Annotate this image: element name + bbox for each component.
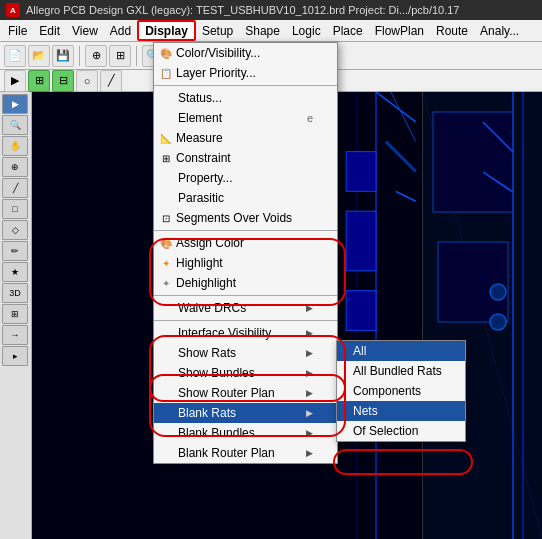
sidebar-flow[interactable]: → — [2, 325, 28, 345]
menu-element[interactable]: Element e — [154, 108, 337, 128]
line-button[interactable]: ╱ — [100, 70, 122, 92]
constraint-icon: ⊞ — [158, 150, 174, 166]
submenu-all[interactable]: All — [337, 341, 465, 361]
save-button[interactable]: 💾 — [52, 45, 74, 67]
submenu-all-bundled-rats[interactable]: All Bundled Rats — [337, 361, 465, 381]
sidebar-select[interactable]: ▶ — [2, 94, 28, 114]
menu-show-bundles[interactable]: Show Bundles ▶ — [154, 363, 337, 383]
display-dropdown: 🎨 Color/Visibility... 📋 Layer Priority..… — [153, 42, 338, 464]
svg-point-18 — [490, 284, 506, 300]
sep1 — [154, 85, 337, 86]
sidebar-3d[interactable]: 3D — [2, 283, 28, 303]
sep2 — [154, 230, 337, 231]
segments-icon: ⊡ — [158, 210, 174, 226]
snap-button[interactable]: ⊕ — [85, 45, 107, 67]
blank-rats-arrow: ▶ — [306, 408, 313, 418]
route-button[interactable]: ⊟ — [52, 70, 74, 92]
open-button[interactable]: 📂 — [28, 45, 50, 67]
svg-rect-5 — [346, 211, 376, 271]
svg-rect-6 — [346, 291, 376, 331]
submenu-components[interactable]: Components — [337, 381, 465, 401]
menu-show-router-plan[interactable]: Show Router Plan ▶ — [154, 383, 337, 403]
svg-rect-13 — [438, 242, 508, 322]
submenu-nets[interactable]: Nets — [337, 401, 465, 421]
right-pcb — [423, 92, 542, 539]
svg-point-19 — [490, 314, 506, 330]
menu-display[interactable]: Display — [137, 20, 196, 41]
right-panel — [422, 92, 542, 539]
menu-logic[interactable]: Logic — [286, 20, 327, 41]
assign-color-icon: 🎨 — [158, 235, 174, 251]
menu-shape[interactable]: Shape — [239, 20, 286, 41]
measure-icon: 📐 — [158, 130, 174, 146]
show-bundles-arrow: ▶ — [306, 368, 313, 378]
highlight-icon: ✦ — [158, 255, 174, 271]
menu-waive-drcs[interactable]: Waive DRCs ▶ — [154, 298, 337, 318]
menu-add[interactable]: Add — [104, 20, 137, 41]
menu-analyze[interactable]: Analy... — [474, 20, 525, 41]
new-button[interactable]: 📄 — [4, 45, 26, 67]
menu-route[interactable]: Route — [430, 20, 474, 41]
menu-assign-color[interactable]: 🎨 Assign Color — [154, 233, 337, 253]
sidebar-pan[interactable]: ✋ — [2, 136, 28, 156]
waive-drcs-arrow: ▶ — [306, 303, 313, 313]
menu-place[interactable]: Place — [327, 20, 369, 41]
sep1 — [79, 46, 80, 66]
submenu-of-selection[interactable]: Of Selection — [337, 421, 465, 441]
blank-rats-submenu: All All Bundled Rats Components Nets Of … — [336, 340, 466, 442]
menu-status[interactable]: Status... — [154, 88, 337, 108]
menu-show-rats[interactable]: Show Rats ▶ — [154, 343, 337, 363]
menu-measure[interactable]: 📐 Measure — [154, 128, 337, 148]
sidebar-more[interactable]: ▸ — [2, 346, 28, 366]
menu-file[interactable]: File — [2, 20, 33, 41]
sidebar-edit[interactable]: ✏ — [2, 241, 28, 261]
blank-bundles-arrow: ▶ — [306, 428, 313, 438]
add-connect-button[interactable]: ⊞ — [28, 70, 50, 92]
menu-constraint[interactable]: ⊞ Constraint — [154, 148, 337, 168]
sep2 — [136, 46, 137, 66]
menu-highlight[interactable]: ✦ Highlight — [154, 253, 337, 273]
select-button[interactable]: ▶ — [4, 70, 26, 92]
color-visibility-icon: 🎨 — [158, 45, 174, 61]
title-bar-text: Allegro PCB Design GXL (legacy): TEST_US… — [26, 4, 460, 16]
svg-rect-12 — [433, 112, 513, 212]
grid-button[interactable]: ⊞ — [109, 45, 131, 67]
sidebar-highlight[interactable]: ★ — [2, 262, 28, 282]
menu-blank-router-plan[interactable]: Blank Router Plan ▶ — [154, 443, 337, 463]
menu-blank-bundles[interactable]: Blank Bundles ▶ — [154, 423, 337, 443]
menu-edit[interactable]: Edit — [33, 20, 66, 41]
menu-flowplan[interactable]: FlowPlan — [369, 20, 430, 41]
menu-layer-priority[interactable]: 📋 Layer Priority... — [154, 63, 337, 83]
menu-view[interactable]: View — [66, 20, 104, 41]
interface-visibility-arrow: ▶ — [306, 328, 313, 338]
sep4 — [154, 320, 337, 321]
menu-color-visibility[interactable]: 🎨 Color/Visibility... — [154, 43, 337, 63]
dehighlight-icon: ✦ — [158, 275, 174, 291]
show-router-plan-arrow: ▶ — [306, 388, 313, 398]
left-sidebar: ▶ 🔍 ✋ ⊕ ╱ □ ◇ ✏ ★ 3D ⊞ → ▸ — [0, 92, 32, 539]
sep3 — [154, 295, 337, 296]
menu-blank-rats[interactable]: Blank Rats ▶ — [154, 403, 337, 423]
menu-setup[interactable]: Setup — [196, 20, 239, 41]
sidebar-shape[interactable]: ◇ — [2, 220, 28, 240]
svg-rect-4 — [346, 152, 376, 192]
menu-dehighlight[interactable]: ✦ Dehighlight — [154, 273, 337, 293]
sidebar-route[interactable]: ╱ — [2, 178, 28, 198]
sidebar-place[interactable]: □ — [2, 199, 28, 219]
menu-bar: File Edit View Add Display Setup Shape L… — [0, 20, 542, 42]
menu-property[interactable]: Property... — [154, 168, 337, 188]
sidebar-measure[interactable]: ⊕ — [2, 157, 28, 177]
sidebar-zoom[interactable]: 🔍 — [2, 115, 28, 135]
title-bar: A Allegro PCB Design GXL (legacy): TEST_… — [0, 0, 542, 20]
via-button[interactable]: ○ — [76, 70, 98, 92]
layer-priority-icon: 📋 — [158, 65, 174, 81]
menu-parasitic[interactable]: Parasitic — [154, 188, 337, 208]
blank-router-plan-arrow: ▶ — [306, 448, 313, 458]
sidebar-logic[interactable]: ⊞ — [2, 304, 28, 324]
menu-segments-over-voids[interactable]: ⊡ Segments Over Voids — [154, 208, 337, 228]
show-rats-arrow: ▶ — [306, 348, 313, 358]
menu-interface-visibility[interactable]: Interface Visibility ▶ — [154, 323, 337, 343]
app-icon: A — [6, 3, 20, 17]
